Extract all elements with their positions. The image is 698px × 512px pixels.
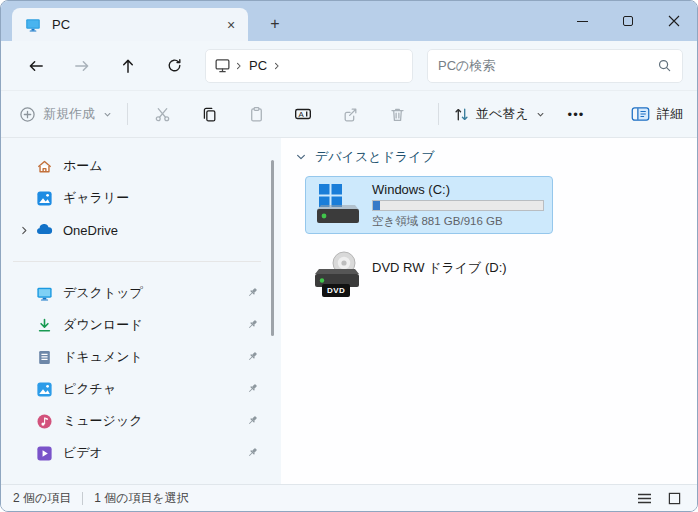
toolbar-divider [438,103,439,125]
video-icon [35,444,53,462]
copy-button[interactable] [189,97,229,131]
search-input[interactable] [438,58,657,73]
search-box [427,49,683,83]
toolbar: 新規作成 A 並べ替え ••• 詳細 [1,91,697,138]
drive-free-space: 空き領域 881 GB/916 GB [372,214,544,229]
status-divider [82,492,83,505]
tab-pc[interactable]: PC × [12,8,248,41]
document-icon [35,348,53,366]
minimize-button[interactable] [559,1,605,41]
svg-text:A: A [299,110,305,119]
sidebar-item-gallery[interactable]: ギャラリー [1,182,273,214]
more-options-button[interactable]: ••• [556,107,597,122]
item-count: 2 個の項目 [13,490,71,507]
breadcrumb-chevron-icon [271,60,283,72]
sidebar-scrollbar[interactable] [271,160,274,336]
drive-windows-c[interactable]: Windows (C:) 空き領域 881 GB/916 GB [305,176,553,234]
up-arrow-icon [119,57,137,75]
monitor-outline-icon [214,57,231,74]
file-explorer-window: PC × + PC [0,0,698,512]
chevron-down-icon [535,109,546,120]
share-button[interactable] [330,97,370,131]
explorer-body: ホーム ギャラリー OneDrive [1,138,697,484]
new-item-button[interactable]: 新規作成 [19,105,113,123]
group-header-label: デバイスとドライブ [315,148,435,166]
download-icon [35,316,53,334]
sidebar-item-documents[interactable]: ドキュメント [1,341,273,373]
home-icon [35,157,53,175]
rename-button[interactable]: A [283,97,323,131]
rename-icon: A [294,105,312,123]
drive-usage-bar [372,200,544,211]
close-button[interactable] [651,1,697,41]
sidebar-item-desktop[interactable]: デスクトップ [1,277,273,309]
title-bar: PC × + [1,1,697,41]
plus-circle-icon [19,106,36,123]
monitor-icon [24,16,42,34]
navigation-bar: PC [1,41,697,91]
maximize-button[interactable] [605,1,651,41]
drive-name: DVD RW ドライブ (D:) [372,259,688,277]
sort-button[interactable]: 並べ替え [453,105,546,123]
pin-icon [245,318,259,332]
sidebar-item-onedrive[interactable]: OneDrive [1,214,273,246]
pictures-icon [35,380,53,398]
details-pane-label: 詳細 [657,105,683,123]
music-icon [35,412,53,430]
chevron-down-icon [295,151,307,163]
trash-icon [389,106,406,123]
share-icon [342,106,359,123]
pin-icon [245,350,259,364]
icons-view-button[interactable] [663,488,685,508]
delete-button[interactable] [377,97,417,131]
forward-button[interactable] [63,49,101,83]
sidebar-item-videos[interactable]: ビデオ [1,437,273,469]
details-pane-button[interactable]: 詳細 [631,105,683,123]
drive-dvd-d[interactable]: DVD DVD RW ドライブ (D:) [305,246,697,304]
minimize-icon [577,21,588,22]
details-view-button[interactable] [633,488,655,508]
sidebar-item-downloads[interactable]: ダウンロード [1,309,273,341]
status-bar: 2 個の項目 1 個の項目を選択 [1,484,697,511]
hard-drive-icon [314,181,362,229]
dvd-badge: DVD [322,284,350,297]
pin-icon [245,286,259,300]
dvd-drive-icon: DVD [314,251,362,299]
group-header-devices[interactable]: デバイスとドライブ [295,148,697,166]
refresh-icon [166,57,183,74]
cut-button[interactable] [142,97,182,131]
chevron-right-icon[interactable] [13,225,35,236]
list-view-icon [637,492,652,505]
grid-view-icon [668,492,681,505]
forward-arrow-icon [73,57,91,75]
refresh-button[interactable] [155,49,193,83]
onedrive-icon [35,221,53,239]
back-button[interactable] [17,49,55,83]
up-button[interactable] [109,49,147,83]
toolbar-divider [127,103,128,125]
search-icon [657,58,672,73]
scissors-icon [154,106,171,123]
pin-icon [245,414,259,428]
sidebar-item-music[interactable]: ミュージック [1,405,273,437]
tab-title: PC [52,17,222,32]
maximize-icon [623,16,633,26]
sort-arrows-icon [453,106,470,123]
new-tab-button[interactable]: + [264,13,286,35]
breadcrumb-pc[interactable]: PC [249,58,267,73]
pin-icon [245,382,259,396]
sidebar-item-home[interactable]: ホーム [1,150,273,182]
copy-icon [201,106,218,123]
pin-icon [245,446,259,460]
paste-button[interactable] [236,97,276,131]
desktop-icon [35,284,53,302]
content-area: デバイスとドライブ Windows (C:) [281,138,697,484]
new-item-label: 新規作成 [43,105,95,123]
close-icon [668,15,680,27]
window-controls [559,1,697,41]
tab-close-button[interactable]: × [222,16,240,34]
clipboard-icon [248,106,265,123]
details-pane-icon [631,106,650,122]
address-bar[interactable]: PC [205,49,413,83]
sidebar-item-pictures[interactable]: ピクチャ [1,373,273,405]
